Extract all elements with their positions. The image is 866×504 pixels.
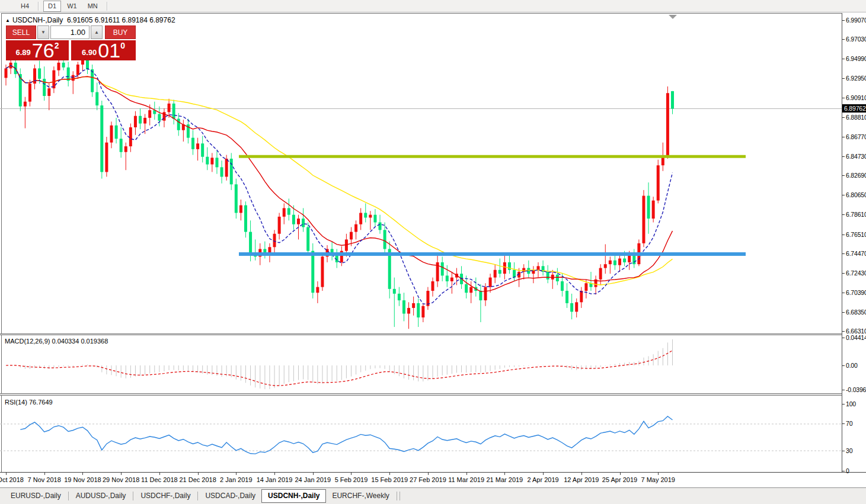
candle-body [292, 215, 295, 224]
candle-body [302, 219, 305, 227]
chart-tab-usdchf[interactable]: USDCHF-,Daily [135, 490, 196, 502]
candle-body [168, 104, 171, 112]
candle-body [647, 196, 650, 219]
candle-body [441, 262, 444, 275]
chart-tab-usdcad[interactable]: USDCAD-,Daily [199, 490, 261, 502]
candle-body [120, 139, 123, 152]
buy-button[interactable]: BUY [105, 25, 136, 39]
candle-body [432, 281, 434, 291]
candle-body [134, 116, 137, 127]
candle-body [321, 256, 324, 287]
price-axis-label: 6.72430 [846, 269, 866, 277]
macd-axis-label: 0.044143 [846, 334, 866, 341]
candle-body [72, 75, 75, 81]
rsi-pane[interactable] [0, 396, 842, 472]
candle-body [5, 68, 8, 78]
candle-body [225, 159, 228, 176]
timeframe-button-d1[interactable]: D1 [43, 1, 61, 12]
candle-body [100, 105, 103, 172]
sell-price-integer: 6.89 [16, 48, 31, 57]
candle-body [450, 278, 453, 281]
candle-body [86, 59, 89, 69]
candle-body [278, 217, 281, 234]
candle-body [235, 184, 238, 213]
candle-body [484, 287, 487, 300]
candle-body [609, 261, 612, 264]
time-axis[interactable]: 26 Oct 20187 Nov 201819 Nov 201829 Nov 2… [0, 472, 866, 487]
candle-body [297, 219, 300, 224]
candle-body [230, 159, 233, 184]
macd-indicator-label: MACD(12,26,9) 0.040334 0.019368 [5, 338, 108, 345]
candle-body [671, 91, 674, 109]
rsi-axis-label: 0 [846, 467, 849, 474]
timeframe-button-h4[interactable]: H4 [16, 1, 34, 12]
candle-body [215, 158, 218, 167]
candle-body [421, 306, 424, 317]
rsi-indicator-label: RSI(14) 76.7649 [5, 399, 53, 406]
candle-body [110, 126, 113, 143]
candle-body [210, 158, 213, 164]
chart-tab-eurusd[interactable]: EURUSD-,Daily [5, 490, 67, 502]
time-axis-tick [313, 473, 314, 475]
candle-body [613, 261, 616, 265]
candle-body [158, 114, 161, 121]
price-axis-label: 6.84730 [846, 153, 866, 160]
time-axis-tick [389, 473, 390, 475]
ohlc-values: 6.91605 6.91611 6.89184 6.89762 [67, 16, 175, 24]
chart-tab-audusd[interactable]: AUDUSD-,Daily [70, 490, 132, 502]
time-axis-tick [159, 473, 160, 475]
candle-body [57, 63, 60, 70]
mid-ma-line [6, 66, 673, 292]
price-axis-label: 6.80650 [846, 191, 866, 198]
chart-shift-marker-icon[interactable] [669, 15, 677, 19]
chart-tab-usdcnh[interactable]: USDCNH-,Daily [261, 489, 326, 503]
sell-quote-panel[interactable]: 6.89 76 2 [6, 40, 69, 60]
candle-body [143, 118, 146, 124]
candle-body [28, 84, 31, 101]
time-axis-label: 7 May 2019 [634, 476, 682, 483]
candle-body [508, 262, 511, 270]
candle-body [599, 268, 602, 280]
candle-body [311, 251, 314, 293]
collapse-triangle-icon[interactable]: ▲ [5, 18, 10, 23]
macd-pane[interactable] [0, 335, 842, 393]
timeframe-button-w1[interactable]: W1 [62, 1, 82, 12]
candle-body [465, 284, 468, 293]
candle-body [407, 308, 410, 314]
candle-body [148, 110, 151, 118]
timeframe-buttons: H4D1W1MN [15, 1, 111, 12]
candle-body [67, 68, 70, 81]
candles-group [5, 55, 675, 329]
candle-body [369, 215, 372, 218]
time-axis-tick [274, 473, 275, 475]
time-axis-tick [581, 473, 582, 475]
symbol-period-label: USDCNH-,Daily [12, 16, 63, 24]
timeframe-button-mn[interactable]: MN [83, 1, 103, 12]
one-click-trading-panel: SELL ▼ ▲ BUY 6.89 76 2 6.90 01 0 [6, 25, 136, 60]
candle-body [379, 222, 382, 230]
volume-decrease-button[interactable]: ▼ [37, 25, 49, 39]
candle-body [172, 104, 175, 119]
candle-body [62, 63, 65, 68]
price-axis-label: 6.82690 [846, 172, 866, 179]
volume-increase-button[interactable]: ▲ [91, 25, 103, 39]
buy-quote-panel[interactable]: 6.90 01 0 [71, 40, 136, 60]
time-axis-tick [351, 473, 351, 475]
buy-price-point: 0 [120, 41, 125, 50]
candle-body [469, 287, 472, 293]
volume-input[interactable] [50, 25, 90, 39]
chart-title: ▲USDCNH-,Daily 6.91605 6.91611 6.89184 6… [5, 16, 175, 24]
candle-body [547, 272, 549, 280]
candle-body [618, 258, 621, 265]
candle-body [283, 208, 286, 216]
candle-body [76, 65, 79, 75]
sell-button[interactable]: SELL [6, 25, 36, 39]
candle-body [38, 68, 41, 79]
candle-body [364, 213, 367, 217]
price-chart-pane[interactable] [0, 14, 842, 333]
candle-body [316, 287, 319, 293]
chart-tab-eurchf[interactable]: EURCHF-,Weekly [326, 490, 395, 502]
price-axis-label: 6.76510 [846, 231, 866, 238]
candle-body [384, 230, 386, 249]
price-axis-label: 6.92950 [846, 75, 866, 82]
